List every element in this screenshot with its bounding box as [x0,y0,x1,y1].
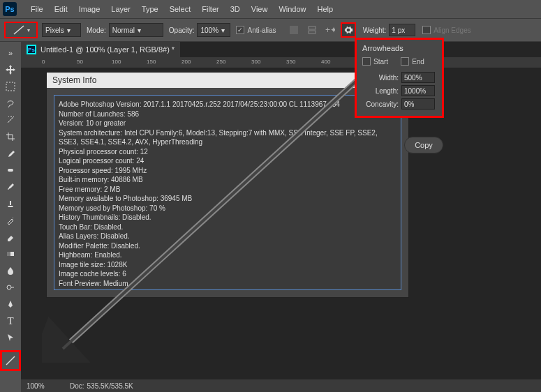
ruler-tick: 250 [216,59,225,65]
ruler-tick: 200 [181,59,191,65]
app-logo: Ps [3,2,17,16]
menu-filter[interactable]: Filter [196,2,224,16]
fill-mode-dropdown[interactable]: Pixels ▾ [42,23,81,37]
ruler-tick: 150 [147,59,156,65]
end-checkbox-row[interactable]: End [401,57,424,66]
pen-tool[interactable] [2,296,19,312]
tool-preset-dropdown[interactable]: ▾ [4,22,38,38]
svg-rect-2 [309,27,316,29]
dodge-tool[interactable] [2,280,19,295]
weight-label: Weight: [363,27,387,34]
expand-tool-icon[interactable]: » [2,45,19,61]
doc-title: Untitled-1 @ 100% (Layer 1, RGB/8#) * [40,45,175,54]
svg-line-0 [14,26,24,34]
gradient-tool[interactable] [2,246,19,262]
menu-file[interactable]: File [25,2,49,16]
eraser-tool[interactable] [2,229,19,245]
toolbox: » T [0,42,21,372]
concavity-input[interactable] [401,98,435,110]
align-edges-label: Align Edges [433,27,470,34]
mode-label: Mode: [87,27,106,34]
start-label: Start [373,58,388,66]
antialias-checkbox[interactable] [236,26,244,34]
line-tool-icon [12,24,26,36]
start-checkbox[interactable] [362,57,371,66]
move-tool[interactable] [2,62,19,77]
weight-input[interactable] [389,24,415,36]
menu-type[interactable]: Type [136,2,164,16]
concavity-label: Concavity: [362,100,399,108]
blend-mode-dropdown[interactable]: Normal ▾ [109,23,163,37]
chevron-down-icon: ▾ [67,27,71,34]
chevron-down-icon: ▾ [27,27,30,33]
clone-stamp-tool[interactable] [2,196,19,211]
antialias-label: Anti-alias [247,27,276,34]
align-layers-icon[interactable] [304,22,320,38]
ruler-tick: 400 [321,59,330,65]
doc-icon: Ps [27,45,36,54]
system-info-textarea[interactable]: Adobe Photoshop Version: 2017.1.1 201704… [54,95,401,290]
ruler-tick: 300 [251,59,260,65]
svg-rect-8 [7,252,10,256]
start-checkbox-row[interactable]: Start [362,57,388,66]
history-brush-tool[interactable] [2,213,19,228]
gear-icon[interactable] [341,22,356,38]
eyedropper-tool[interactable] [2,146,19,161]
opacity-label: Opacity: [169,27,195,34]
blur-tool[interactable] [2,263,19,278]
menu-help[interactable]: Help [312,2,339,16]
align-edges-checkbox[interactable] [422,26,431,34]
marquee-tool[interactable] [2,79,19,94]
menubar: Ps File Edit Image Layer Type Select Fil… [0,0,541,18]
menu-3d[interactable]: 3D [225,2,246,16]
length-label: Length: [362,87,399,95]
end-checkbox[interactable] [401,57,409,66]
doc-size-value: 535.5K/535.5K [87,382,133,390]
type-tool[interactable]: T [2,313,19,329]
svg-text:+✦: +✦ [325,25,335,35]
menu-select[interactable]: Select [164,2,197,16]
menu-edit[interactable]: Edit [49,2,73,16]
status-bar: 100% Doc: 535.5K/535.5K [21,379,541,392]
horizontal-ruler: 0 50 100 150 200 250 300 350 400 [21,57,541,68]
opacity-field[interactable]: 100% ▾ [197,23,230,37]
path-select-tool[interactable] [2,330,19,345]
width-label: Width: [362,74,399,82]
svg-rect-6 [8,169,13,172]
line-shape-tool[interactable] [0,350,21,371]
copy-button[interactable]: Copy [404,137,443,153]
ruler-tick: 0 [42,59,45,65]
arrowheads-popup: Arrowheads Start End Width: Length: Conc… [355,38,444,118]
add-star-icon[interactable]: +✦ [323,22,338,38]
fill-square-icon[interactable] [286,22,302,38]
svg-rect-5 [6,82,15,91]
end-label: End [412,58,424,66]
svg-point-9 [7,285,11,289]
opacity-value: 100% [200,27,218,34]
ruler-tick: 100 [112,59,121,65]
popup-title: Arrowheads [362,44,436,52]
chevron-down-icon: ▾ [138,27,141,34]
lasso-tool[interactable] [2,96,19,111]
doc-size-label: Doc: [70,382,84,390]
menu-window[interactable]: Window [273,2,311,16]
crop-tool[interactable] [2,129,19,144]
document-tab[interactable]: Ps Untitled-1 @ 100% (Layer 1, RGB/8#) * [21,42,180,57]
brush-tool[interactable] [2,179,19,195]
width-input[interactable] [401,72,435,83]
options-bar: ▾ Pixels ▾ Mode: Normal ▾ Opacity: 100% … [0,18,541,42]
ruler-tick: 350 [286,59,295,65]
menu-image[interactable]: Image [73,2,106,16]
spot-healing-tool[interactable] [2,163,19,178]
menu-layer[interactable]: Layer [105,2,136,16]
svg-rect-1 [290,26,298,34]
menu-view[interactable]: View [246,2,274,16]
length-input[interactable] [401,85,435,96]
dropdown-label: Normal [112,27,135,34]
ruler-tick: 50 [77,59,83,65]
svg-rect-3 [309,31,316,33]
dropdown-label: Pixels [45,27,64,34]
zoom-level[interactable]: 100% [21,382,70,390]
magic-wand-tool[interactable] [2,112,19,128]
svg-line-10 [6,356,15,365]
